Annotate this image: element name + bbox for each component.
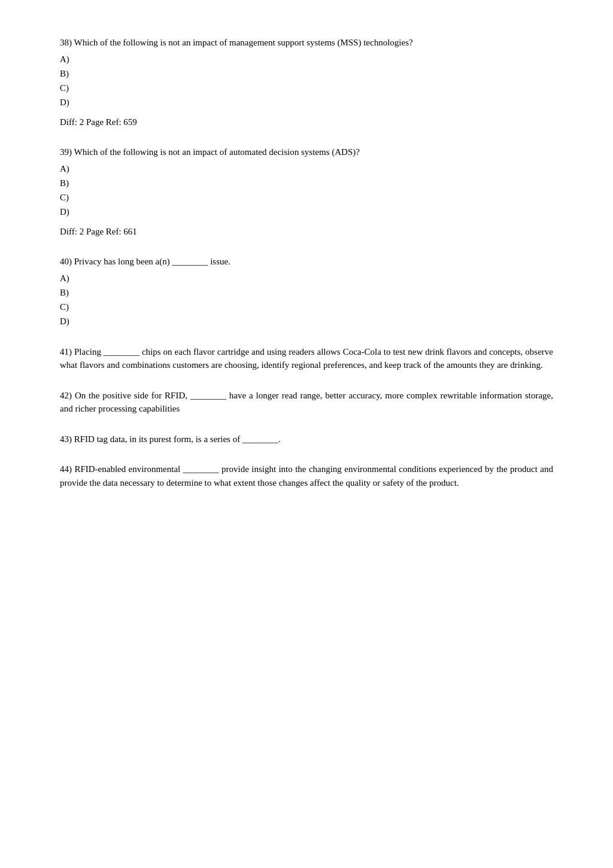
q40-label-a: A) [60,273,69,283]
q38-text: Which of the following is not an impact … [74,38,412,47]
question-42-text: 42) On the positive side for RFID, _____… [60,389,553,416]
question-42: 42) On the positive side for RFID, _____… [60,389,553,416]
q38-option-a: A) [60,52,553,66]
q39-number: 39) [60,147,74,157]
question-40-text: 40) Privacy has long been a(n) ________ … [60,255,553,269]
q39-option-d: D) [60,205,553,219]
q38-label-d: D) [60,98,69,107]
question-38-text: 38) Which of the following is not an imp… [60,36,553,50]
q38-label-a: A) [60,54,69,64]
q39-diff: Diff: 2 Page Ref: 661 [60,225,553,239]
q41-text: Placing ________ chips on each flavor ca… [60,347,553,370]
page-content: 38) Which of the following is not an imp… [0,0,613,868]
q39-label-a: A) [60,164,69,173]
question-41: 41) Placing ________ chips on each flavo… [60,345,553,372]
question-41-text: 41) Placing ________ chips on each flavo… [60,345,553,372]
question-38: 38) Which of the following is not an imp… [60,36,553,129]
q38-diff: Diff: 2 Page Ref: 659 [60,115,553,129]
question-39-text: 39) Which of the following is not an imp… [60,145,553,159]
q40-label-d: D) [60,316,69,326]
q38-option-d: D) [60,95,553,109]
q38-option-c: C) [60,81,553,95]
q39-label-d: D) [60,207,69,217]
question-43-text: 43) RFID tag data, in its purest form, i… [60,433,553,446]
q38-label-b: B) [60,69,69,78]
question-40: 40) Privacy has long been a(n) ________ … [60,255,553,328]
q39-text: Which of the following is not an impact … [74,147,359,157]
q41-number: 41) [60,347,74,357]
q40-option-d: D) [60,314,553,328]
q40-text: Privacy has long been a(n) ________ issu… [74,257,230,266]
q43-text: RFID tag data, in its purest form, is a … [74,434,281,444]
q38-label-c: C) [60,83,69,93]
q38-option-b: B) [60,66,553,81]
q40-number: 40) [60,257,74,266]
q42-number: 42) [60,391,75,400]
q39-label-b: B) [60,178,69,188]
q39-option-b: B) [60,176,553,190]
question-39: 39) Which of the following is not an imp… [60,145,553,238]
q39-option-c: C) [60,190,553,205]
question-43: 43) RFID tag data, in its purest form, i… [60,433,553,446]
question-44: 44) RFID-enabled environmental ________ … [60,462,553,489]
q44-number: 44) [60,464,74,474]
q40-option-c: C) [60,300,553,314]
q40-label-c: C) [60,302,69,312]
q39-option-a: A) [60,162,553,176]
question-44-text: 44) RFID-enabled environmental ________ … [60,462,553,489]
q40-option-a: A) [60,271,553,285]
q44-text: RFID-enabled environmental ________ prov… [60,464,553,488]
q39-label-c: C) [60,193,69,202]
q40-label-b: B) [60,288,69,297]
q38-number: 38) [60,38,74,47]
q43-number: 43) [60,434,74,444]
q40-option-b: B) [60,285,553,300]
q42-text: On the positive side for RFID, ________ … [60,391,553,414]
